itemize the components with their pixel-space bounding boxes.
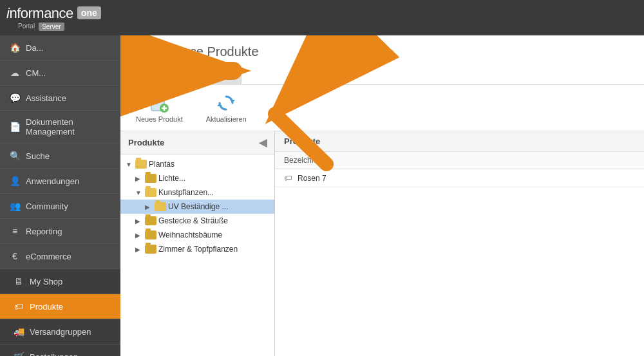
tree-toggle-lichter[interactable]: ▶ — [135, 175, 143, 182]
split-panel: Produkte ◀ ▼ Plantas ▶ Licht — [120, 131, 644, 356]
tabs: Produkte Ordner — [133, 66, 631, 84]
product-table: Bezeichnung 🏷 Rosen 7 — [275, 152, 644, 356]
sidebar-label-assistance: Assistance — [26, 93, 111, 103]
sidebar-item-dashboard[interactable]: 🏠 Da... — [0, 35, 120, 61]
tab-ordner[interactable]: Ordner — [193, 66, 241, 84]
page-header: eCommerce Produkte Produkte Ordner — [120, 35, 644, 85]
user-icon: 👤 — [9, 175, 21, 187]
sidebar-label-dokumente: Dokumenten Management — [26, 117, 111, 136]
folder-icon-kunstpflanzen — [145, 188, 156, 197]
sidebar-label-bestellungen: Bestellungen — [30, 352, 111, 357]
new-product-button[interactable]: Neues Produkt — [131, 90, 188, 126]
sidebar-item-anwendungen[interactable]: 👤 Anwendungen — [0, 169, 120, 194]
sidebar-label-myshop: My Shop — [30, 277, 111, 286]
tree-node-weihnacht[interactable]: ▶ Weihnachtsbäume — [120, 228, 274, 242]
refresh-button[interactable]: Aktualisieren — [201, 90, 252, 126]
tree-label-weihnacht: Weihnachtsbäume — [158, 230, 269, 239]
chat-icon: 💬 — [9, 92, 21, 104]
sidebar-item-produkte[interactable]: 🏷 Produkte — [0, 294, 120, 319]
sidebar-label-dashboard: Da... — [26, 43, 111, 53]
logo-area: informance one Portal Server — [6, 5, 101, 31]
sidebar-item-assistance[interactable]: 💬 Assistance — [0, 86, 120, 111]
tree-body: ▼ Plantas ▶ Lichte... ▼ — [120, 155, 274, 356]
tree-label-lichter: Lichte... — [158, 174, 269, 183]
product-panel-header: Produkte — [275, 131, 644, 152]
tab-produkte[interactable]: Produkte — [133, 66, 191, 84]
logo-portal: Portal — [18, 23, 35, 31]
tree-node-plantas[interactable]: ▼ Plantas — [120, 157, 274, 171]
tree-node-lichter[interactable]: ▶ Lichte... — [120, 171, 274, 185]
home-icon: 🏠 — [9, 42, 21, 53]
tree-toggle-kunstpflanzen[interactable]: ▼ — [135, 189, 143, 196]
sidebar-label-community: Community — [26, 201, 111, 211]
svg-marker-7 — [230, 100, 235, 103]
new-product-label: Neues Produkt — [136, 115, 183, 123]
tree-node-gestecke[interactable]: ▶ Gestecke & Sträuße — [120, 214, 274, 228]
tree-label-plantas: Plantas — [149, 160, 269, 169]
folder-icon-zimmer — [145, 245, 156, 254]
sidebar-item-dokumente[interactable]: 📄 Dokumenten Management — [0, 111, 120, 144]
reporting-icon: ≡ — [9, 225, 21, 237]
logo-server: Server — [39, 23, 64, 31]
top-bar: informance one Portal Server — [0, 0, 644, 35]
euro-icon: € — [9, 250, 21, 262]
folder-icon-uv — [155, 202, 166, 211]
tree-node-zimmer[interactable]: ▶ Zimmer & Topfpflanzen — [120, 242, 274, 256]
tree-label-kunstpflanzen: Kunstpflanzen... — [158, 188, 269, 197]
tree-header: Produkte ◀ — [120, 131, 274, 155]
tree-label-uv: UV Beständige ... — [168, 202, 269, 211]
cloud-icon: ☁ — [9, 67, 21, 79]
sidebar-item-myshop[interactable]: 🖥 My Shop — [0, 269, 120, 294]
tree-label-zimmer: Zimmer & Topfpflanzen — [158, 245, 269, 254]
sidebar-label-produkte: Produkte — [30, 302, 111, 312]
product-label-rosen7: Rosen 7 — [298, 174, 327, 183]
tree-panel: Produkte ◀ ▼ Plantas ▶ Licht — [120, 131, 275, 356]
sidebar-label-anwendungen: Anwendungen — [26, 176, 111, 186]
new-product-icon — [149, 93, 169, 113]
content-wrapper: eCommerce Produkte Produkte Ordner — [120, 35, 644, 356]
tree-toggle-gestecke[interactable]: ▶ — [135, 218, 143, 225]
tree-node-kunstpflanzen[interactable]: ▼ Kunstpflanzen... — [120, 185, 274, 200]
sidebar-item-bestellungen[interactable]: 🛒 Bestellungen — [0, 344, 120, 356]
sidebar-item-versandgruppen[interactable]: 🚚 Versandgruppen — [0, 319, 120, 344]
product-panel: Produkte Bezeichnung 🏷 Rosen 7 — [275, 131, 644, 356]
tag-icon: 🏷 — [13, 301, 24, 312]
tree-collapse-button[interactable]: ◀ — [259, 136, 267, 149]
sidebar-label-ecommerce: eCommerce — [26, 252, 111, 261]
sidebar-item-suche[interactable]: 🔍 Suche — [0, 144, 120, 169]
truck-icon: 🚚 — [13, 326, 24, 337]
document-icon: 📄 — [9, 121, 21, 133]
product-col-header: Bezeichnung — [275, 152, 644, 169]
tree-node-uv[interactable]: ▶ UV Beständige ... — [120, 200, 274, 214]
folder-icon-plantas — [135, 160, 147, 169]
sidebar-item-cms[interactable]: ☁ CM... — [0, 61, 120, 86]
table-row[interactable]: 🏷 Rosen 7 — [275, 169, 644, 187]
community-icon: 👥 — [9, 200, 21, 212]
tree-toggle-weihnacht[interactable]: ▶ — [135, 232, 143, 239]
main-layout: 🏠 Da... ☁ CM... 💬 Assistance 📄 Dokumente… — [0, 35, 644, 356]
search-icon: 🔍 — [9, 150, 21, 162]
folder-icon-lichter — [145, 174, 156, 183]
monitor-icon: 🖥 — [13, 276, 24, 287]
logo-informance: informance — [6, 5, 73, 22]
tree-toggle-zimmer[interactable]: ▶ — [135, 246, 143, 253]
refresh-label: Aktualisieren — [206, 115, 247, 123]
folder-icon-weihnacht — [145, 230, 156, 239]
tree-toggle-plantas[interactable]: ▼ — [126, 161, 133, 168]
toolbar: Neues Produkt Aktualisieren — [120, 85, 644, 131]
sidebar: 🏠 Da... ☁ CM... 💬 Assistance 📄 Dokumente… — [0, 35, 120, 356]
tree-toggle-uv[interactable]: ▶ — [145, 203, 153, 211]
tree-header-label: Produkte — [128, 138, 164, 147]
tree-label-gestecke: Gestecke & Sträuße — [158, 216, 269, 225]
sidebar-label-cms: CM... — [26, 68, 111, 78]
sidebar-item-reporting[interactable]: ≡ Reporting — [0, 219, 120, 244]
refresh-icon — [216, 93, 236, 113]
folder-icon-gestecke — [145, 216, 156, 225]
page-title: eCommerce Produkte — [133, 44, 631, 59]
sidebar-item-community[interactable]: 👥 Community — [0, 194, 120, 219]
sidebar-label-suche: Suche — [26, 151, 111, 161]
product-tag-icon: 🏷 — [284, 173, 292, 183]
sidebar-item-ecommerce[interactable]: € eCommerce — [0, 244, 120, 269]
sidebar-label-reporting: Reporting — [26, 227, 111, 236]
svg-marker-8 — [217, 103, 222, 106]
